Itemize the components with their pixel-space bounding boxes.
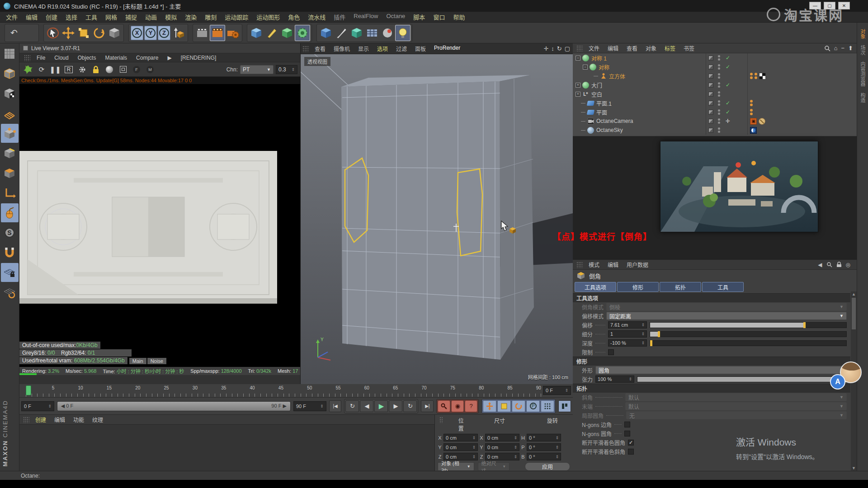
viewport-maximize-icon[interactable]: ▢: [565, 45, 570, 52]
live-viewer-menu-item[interactable]: Materials: [100, 54, 132, 62]
grip-handle-icon[interactable]: [576, 45, 583, 52]
timeline-ruler[interactable]: 051015202530354045505560657075808590 0 F…: [19, 384, 573, 398]
grip-handle-icon[interactable]: [439, 417, 443, 423]
history-back-icon[interactable]: ◀: [818, 262, 822, 268]
octane-camera-tag-icon[interactable]: ▣: [750, 118, 757, 125]
section-shaping[interactable]: 修形: [573, 357, 850, 366]
viewport-menu-item[interactable]: ProRender: [430, 44, 464, 53]
material-menu-item[interactable]: 功能: [69, 415, 88, 424]
visibility-dots[interactable]: [718, 109, 720, 115]
object-row[interactable]: 平面.1 ✓: [573, 99, 857, 108]
collapse-toggle[interactable]: −: [583, 65, 588, 70]
material-menu-item[interactable]: 创建: [31, 415, 50, 424]
model-mode-button[interactable]: [1, 64, 19, 83]
visibility-dots[interactable]: [718, 55, 720, 61]
apply-button[interactable]: 应用: [525, 462, 570, 471]
depth-field[interactable]: -100 %⇕: [608, 339, 647, 347]
sample-rate-field[interactable]: 0.3⇕: [276, 65, 297, 74]
menu-item[interactable]: RealFlow: [349, 11, 382, 23]
workplane-align-button[interactable]: [1, 283, 19, 302]
previous-frame-button[interactable]: ◀: [360, 400, 373, 412]
enable-axis-button[interactable]: [1, 183, 19, 202]
menu-item[interactable]: 脚本: [409, 11, 429, 23]
scroll-top-icon[interactable]: ⬆: [848, 45, 853, 52]
grip-handle-icon[interactable]: [302, 46, 309, 52]
break-miter-checkbox[interactable]: [628, 449, 634, 455]
key-parameter-button[interactable]: P: [526, 400, 540, 412]
material-pick-icon[interactable]: M: [144, 64, 156, 75]
region-render-button[interactable]: R: [63, 64, 75, 75]
layer-chip[interactable]: [708, 92, 713, 97]
tab-shaping[interactable]: 修形: [617, 282, 659, 292]
go-to-start-button[interactable]: |◀: [329, 400, 342, 412]
stats-tab[interactable]: Main: [129, 358, 146, 364]
depth-slider[interactable]: [650, 340, 847, 346]
loop-mode-button[interactable]: ↻: [403, 400, 417, 412]
key-pla-button[interactable]: [541, 400, 554, 412]
dock-tab[interactable]: 构造: [859, 93, 866, 103]
layer-chip[interactable]: [708, 74, 713, 79]
layer-chip[interactable]: [708, 56, 713, 61]
object-row[interactable]: + L⁰ 空白: [573, 89, 857, 99]
pos-y-field[interactable]: 0 cm⇕: [443, 443, 478, 451]
visibility-dots[interactable]: [718, 64, 720, 70]
channel-select[interactable]: PT▼: [240, 65, 274, 74]
polygons-mode-button[interactable]: [1, 164, 19, 183]
menu-item[interactable]: 运动图形: [252, 11, 284, 23]
focus-pick-icon[interactable]: F: [131, 64, 142, 75]
pos-x-field[interactable]: 0 cm⇕: [443, 434, 478, 441]
settings-gear-icon[interactable]: [76, 64, 88, 75]
camera-sphere-icon[interactable]: [380, 25, 395, 41]
enabled-check[interactable]: ✓: [725, 55, 731, 61]
frame-range-slider[interactable]: ◀ 0 F 90 F ▶: [57, 401, 291, 411]
object-manager-menu-item[interactable]: 文件: [585, 43, 604, 53]
shape-dropdown[interactable]: 圆角▼: [595, 366, 847, 374]
dock-tab[interactable]: 对象: [859, 29, 866, 39]
snap-s-button[interactable]: S: [1, 223, 19, 242]
protection-icon[interactable]: ✛: [725, 118, 731, 124]
viewport-canvas[interactable]: 透视视图 网格间距 : 100 cm Y: [301, 54, 573, 384]
visibility-dots[interactable]: [718, 73, 720, 79]
live-viewer-menu-item[interactable]: Objects: [73, 54, 101, 62]
menu-item[interactable]: 文件: [2, 11, 22, 23]
attribute-menu-item[interactable]: 编辑: [604, 260, 623, 269]
pen-tool-icon[interactable]: [264, 25, 279, 41]
visibility-dots[interactable]: [718, 91, 720, 97]
object-mode-dropdown[interactable]: 对象 (相对)▼: [438, 462, 474, 471]
play-backwards-button[interactable]: ↻: [345, 400, 359, 412]
end-frame-field[interactable]: 90 F⇕: [293, 401, 326, 411]
subdivision-field[interactable]: 1⇕: [608, 330, 647, 338]
rot-b-field[interactable]: 0 °⇕: [527, 453, 561, 460]
enabled-check[interactable]: ✓: [725, 82, 731, 88]
octane-environment-tag-icon[interactable]: [750, 127, 757, 134]
lock-y-axis-button[interactable]: Y: [144, 26, 157, 40]
break-round-checkbox[interactable]: ✓: [628, 440, 634, 446]
move-tool[interactable]: [61, 25, 76, 41]
search-icon[interactable]: [824, 45, 830, 52]
tab-topology[interactable]: 拓扑: [660, 282, 701, 292]
object-row[interactable]: 平面 ✓: [573, 108, 857, 117]
ruler-frame-field[interactable]: 0 F⇕: [543, 386, 571, 395]
disabled-tag-icon[interactable]: [759, 118, 765, 125]
viewport-menu-item[interactable]: 面板: [411, 44, 430, 53]
viewport-zoom-icon[interactable]: ↕: [551, 45, 554, 52]
enabled-check[interactable]: ✓: [725, 109, 731, 115]
material-menu-item[interactable]: 纹理: [88, 415, 107, 424]
section-tool-options[interactable]: 工具选项: [573, 293, 850, 302]
menu-item[interactable]: 雕刻: [201, 11, 221, 23]
home-icon[interactable]: ⌂: [834, 45, 838, 52]
deformer-cube-icon[interactable]: [318, 25, 334, 41]
menu-item[interactable]: 工具: [81, 11, 101, 23]
brush-tool-icon[interactable]: [334, 25, 349, 41]
menu-item[interactable]: 编辑: [22, 11, 42, 23]
selection-tag-icon[interactable]: [750, 100, 753, 103]
undo-button[interactable]: ↶: [6, 25, 22, 41]
menu-item[interactable]: 角色: [284, 11, 304, 23]
expand-toggle[interactable]: +: [576, 83, 580, 88]
tension-field[interactable]: 100 %⇕: [595, 375, 634, 383]
viewport-rotate-icon[interactable]: ↻: [557, 45, 562, 52]
current-frame-field[interactable]: 0 F⇕: [21, 401, 54, 411]
rot-p-field[interactable]: 0 °⇕: [527, 443, 561, 451]
key-position-button[interactable]: [483, 400, 496, 412]
viewport-menu-item[interactable]: 过滤: [392, 44, 411, 53]
